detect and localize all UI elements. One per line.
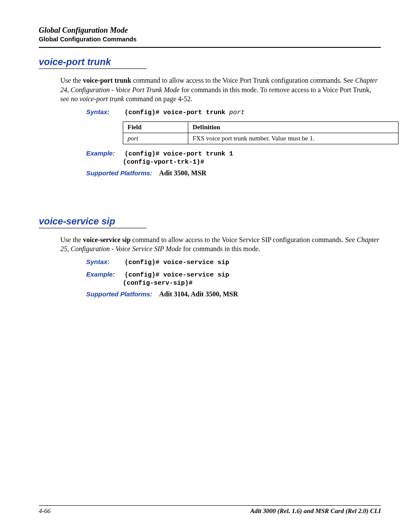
platforms-value: Adit 3104, Adit 3500, MSR [159, 290, 238, 298]
syntax-row: Syntax: (config)# voice-port trunk port [86, 108, 381, 116]
cell-field: port [123, 133, 188, 144]
title-underline [39, 68, 146, 69]
col-definition: Definition [188, 121, 399, 133]
syntax-text: (config)# voice-service sip [125, 259, 229, 266]
header-rule [39, 47, 381, 48]
title-underline [39, 228, 146, 228]
example-line1: (config)# voice-service sip [125, 271, 229, 279]
definition-table: Field Definition port FXS voice port tru… [123, 121, 399, 144]
section-voice-port-trunk: voice-port trunk Use the voice-port trun… [39, 56, 381, 177]
example-row: Example: (config)# voice-service sip [86, 271, 381, 279]
footer-rule [39, 505, 381, 506]
platforms-label: Supported Platforms: [86, 169, 152, 177]
platforms-row: Supported Platforms: Adit 3104, Adit 350… [86, 290, 381, 298]
syntax-label: Syntax: [86, 108, 123, 115]
example-label: Example: [86, 149, 123, 157]
footer-doc-title: Adit 3000 (Rel. 1.6) and MSR Card (Rel 2… [250, 507, 381, 515]
platforms-label: Supported Platforms: [86, 290, 152, 298]
section-title: voice-service sip [39, 216, 381, 227]
running-header: Global Configuration Mode Global Configu… [39, 26, 381, 48]
example-line1: (config)# voice-port trunk 1 [125, 150, 233, 158]
page-number: 4-66 [39, 507, 51, 515]
header-subtitle: Global Configuration Commands [39, 36, 381, 43]
platforms-row: Supported Platforms: Adit 3500, MSR [86, 169, 381, 177]
example-row: Example: (config)# voice-port trunk 1 [86, 149, 381, 158]
syntax-text: (config)# voice-port trunk [125, 109, 229, 116]
table-row: port FXS voice port trunk number. Value … [123, 133, 399, 144]
example-label: Example: [86, 271, 123, 278]
page-footer: 4-66 Adit 3000 (Rel. 1.6) and MSR Card (… [39, 505, 381, 515]
cell-definition: FXS voice port trunk number. Value must … [188, 133, 399, 144]
syntax-row: Syntax: (config)# voice-service sip [86, 258, 381, 266]
page-container: Global Configuration Mode Global Configu… [0, 0, 411, 532]
header-title: Global Configuration Mode [39, 26, 381, 35]
section-title: voice-port trunk [39, 56, 381, 68]
syntax-label: Syntax: [86, 258, 123, 265]
section-description: Use the voice-port trunk command to allo… [60, 76, 381, 104]
section-description: Use the voice-service sip command to all… [60, 235, 381, 254]
example-line2: (config-vport-trk-1)# [123, 159, 381, 166]
example-line2: (config-serv-sip)# [123, 280, 381, 287]
section-voice-service-sip: voice-service sip Use the voice-service … [39, 216, 381, 298]
col-field: Field [123, 121, 188, 133]
platforms-value: Adit 3500, MSR [159, 169, 206, 177]
table-header-row: Field Definition [123, 121, 399, 133]
